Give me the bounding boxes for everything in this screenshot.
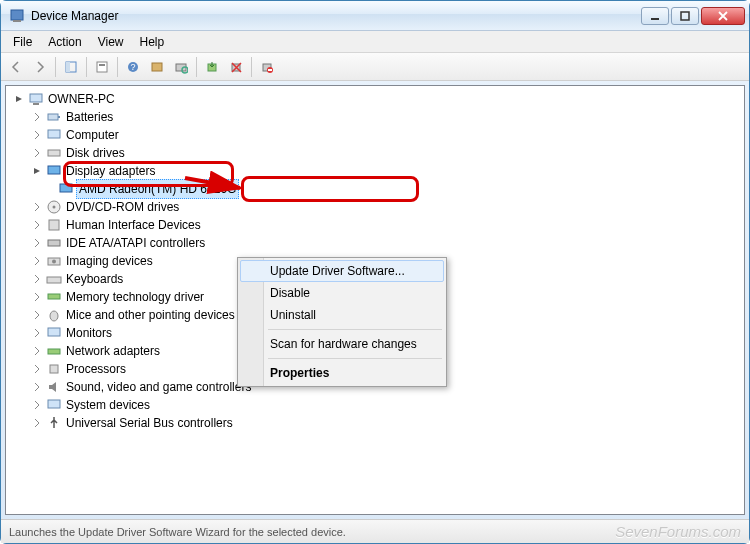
- help-button[interactable]: ?: [122, 56, 144, 78]
- svg-rect-23: [48, 150, 60, 156]
- menu-file[interactable]: File: [5, 33, 40, 51]
- tree-label: Memory technology driver: [66, 288, 204, 306]
- uninstall-button[interactable]: [225, 56, 247, 78]
- svg-rect-18: [30, 94, 42, 102]
- disable-button[interactable]: [256, 56, 278, 78]
- tree-category-display-adapters[interactable]: Display adapters: [8, 162, 742, 180]
- disk-icon: [46, 145, 62, 161]
- network-icon: [46, 343, 62, 359]
- separator: [55, 57, 56, 77]
- status-text: Launches the Update Driver Software Wiza…: [9, 526, 346, 538]
- expand-icon[interactable]: [30, 362, 44, 376]
- properties-button[interactable]: [91, 56, 113, 78]
- svg-point-31: [52, 260, 56, 264]
- svg-rect-17: [268, 69, 272, 71]
- expand-icon[interactable]: [30, 128, 44, 142]
- tree-category-hid[interactable]: Human Interface Devices: [8, 216, 742, 234]
- camera-icon: [46, 253, 62, 269]
- tree-root[interactable]: OWNER-PC: [8, 90, 742, 108]
- svg-rect-1: [13, 20, 21, 22]
- svg-rect-22: [48, 130, 60, 138]
- tree-label: Mice and other pointing devices: [66, 306, 235, 324]
- tree-category-batteries[interactable]: Batteries: [8, 108, 742, 126]
- collapse-icon[interactable]: [12, 92, 26, 106]
- tree-root-label: OWNER-PC: [48, 90, 115, 108]
- separator: [268, 358, 442, 359]
- display-icon: [58, 181, 74, 197]
- svg-point-27: [53, 206, 56, 209]
- usb-icon: [46, 415, 62, 431]
- forward-button[interactable]: [29, 56, 51, 78]
- tree-label: Disk drives: [66, 144, 125, 162]
- close-button[interactable]: [701, 7, 745, 25]
- tree-label: Universal Serial Bus controllers: [66, 414, 233, 432]
- svg-rect-38: [48, 400, 60, 408]
- scan-button[interactable]: [170, 56, 192, 78]
- cm-properties[interactable]: Properties: [240, 362, 444, 384]
- minimize-button[interactable]: [641, 7, 669, 25]
- tree-device-selected[interactable]: AMD Radeon(TM) HD 6520G: [8, 180, 742, 198]
- cm-uninstall[interactable]: Uninstall: [240, 304, 444, 326]
- menu-action[interactable]: Action: [40, 33, 89, 51]
- expand-icon[interactable]: [30, 308, 44, 322]
- statusbar: Launches the Update Driver Software Wiza…: [1, 519, 749, 543]
- tree-category-ide[interactable]: IDE ATA/ATAPI controllers: [8, 234, 742, 252]
- expand-icon[interactable]: [30, 380, 44, 394]
- dvd-icon: [46, 199, 62, 215]
- expand-icon[interactable]: [30, 236, 44, 250]
- separator: [117, 57, 118, 77]
- tree-label: IDE ATA/ATAPI controllers: [66, 234, 205, 252]
- tree-category-computer[interactable]: Computer: [8, 126, 742, 144]
- expand-icon[interactable]: [30, 398, 44, 412]
- cm-scan[interactable]: Scan for hardware changes: [240, 333, 444, 355]
- sound-icon: [46, 379, 62, 395]
- tree-label: Sound, video and game controllers: [66, 378, 251, 396]
- computer-icon: [28, 91, 44, 107]
- tree-label: Imaging devices: [66, 252, 153, 270]
- expand-icon[interactable]: [30, 200, 44, 214]
- svg-text:?: ?: [130, 62, 135, 72]
- ide-icon: [46, 235, 62, 251]
- expand-icon[interactable]: [30, 218, 44, 232]
- expand-icon[interactable]: [30, 272, 44, 286]
- cm-update-driver[interactable]: Update Driver Software...: [240, 260, 444, 282]
- expand-icon[interactable]: [30, 290, 44, 304]
- hid-icon: [46, 217, 62, 233]
- menu-view[interactable]: View: [90, 33, 132, 51]
- expand-icon[interactable]: [30, 110, 44, 124]
- tree-label: Monitors: [66, 324, 112, 342]
- maximize-button[interactable]: [671, 7, 699, 25]
- cm-label: Properties: [270, 366, 329, 380]
- expand-icon[interactable]: [30, 146, 44, 160]
- separator: [196, 57, 197, 77]
- collapse-icon[interactable]: [30, 164, 44, 178]
- tree-category-disk-drives[interactable]: Disk drives: [8, 144, 742, 162]
- expand-icon[interactable]: [30, 344, 44, 358]
- svg-point-34: [50, 311, 58, 321]
- show-hide-tree-button[interactable]: [60, 56, 82, 78]
- separator: [268, 329, 442, 330]
- monitor-icon: [46, 325, 62, 341]
- svg-rect-0: [11, 10, 23, 20]
- action-button[interactable]: [146, 56, 168, 78]
- menu-help[interactable]: Help: [132, 33, 173, 51]
- titlebar[interactable]: Device Manager: [1, 1, 749, 31]
- tree-category-system[interactable]: System devices: [8, 396, 742, 414]
- expand-icon[interactable]: [30, 254, 44, 268]
- svg-rect-2: [651, 18, 659, 20]
- system-icon: [46, 397, 62, 413]
- cm-label: Scan for hardware changes: [270, 337, 417, 351]
- memory-icon: [46, 289, 62, 305]
- cm-disable[interactable]: Disable: [240, 282, 444, 304]
- update-driver-button[interactable]: [201, 56, 223, 78]
- back-button[interactable]: [5, 56, 27, 78]
- tree-category-usb[interactable]: Universal Serial Bus controllers: [8, 414, 742, 432]
- expand-icon[interactable]: [30, 326, 44, 340]
- tree-label: Processors: [66, 360, 126, 378]
- display-icon: [46, 163, 62, 179]
- app-icon: [9, 8, 25, 24]
- tree-category-dvd[interactable]: DVD/CD-ROM drives: [8, 198, 742, 216]
- expand-icon[interactable]: [30, 416, 44, 430]
- device-manager-window: Device Manager File Action View Help ?: [0, 0, 750, 544]
- svg-rect-19: [33, 103, 39, 105]
